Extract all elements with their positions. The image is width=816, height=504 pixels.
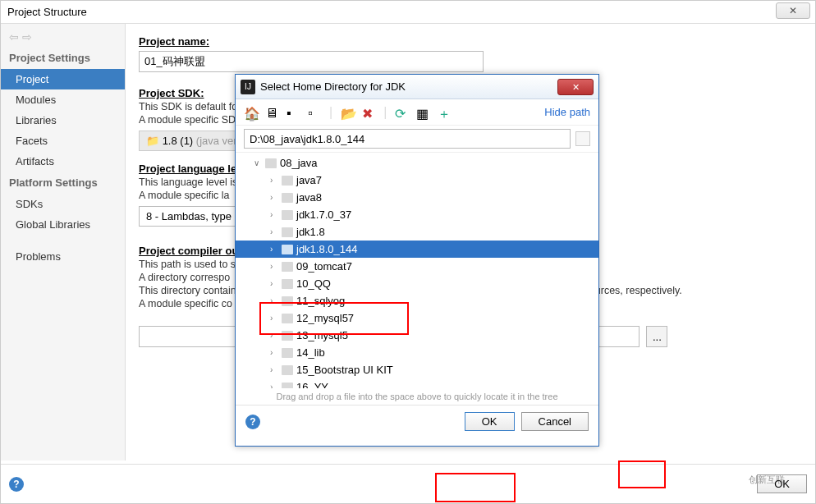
project-name-input[interactable] [139,51,484,72]
tree-label: jdk1.7.0_37 [296,208,351,221]
select-home-directory-dialog: IJ Select Home Directory for JDK ✕ 🏠 🖥 ▪… [235,74,599,447]
tree-label: 08_java [280,157,318,169]
refresh-icon[interactable]: ⟳ [395,106,408,119]
folder-icon [282,365,293,375]
tree-row[interactable]: ›jdk1.8.0_144 [236,241,598,258]
dialog-ok-button[interactable]: OK [465,412,515,431]
folder-icon [282,210,293,220]
tree-label: 15_Bootstrap UI KIT [296,364,393,376]
tree-row[interactable]: ›jdk1.8 [236,223,598,241]
dialog-cancel-button[interactable]: Cancel [521,412,589,431]
brand-logo: 创新互联 [717,455,816,504]
sidebar-item-global-libraries[interactable]: Global Libraries [1,214,125,235]
sidebar-item-modules[interactable]: Modules [1,89,125,110]
sidebar-item-sdks[interactable]: SDKs [1,194,125,214]
footer: ? OK [1,464,815,503]
project-name-label: Project name: [139,35,802,48]
tree-label: java8 [296,191,322,204]
folder-icon [265,158,277,168]
tree-label: 16_YY [296,381,328,388]
sidebar-item-libraries[interactable]: Libraries [1,110,125,131]
dialog-close-button[interactable]: ✕ [557,79,594,95]
tree-label: 10_QQ [296,277,331,290]
folder-icon [282,262,293,272]
directory-tree[interactable]: ∨08_java›java7›java8›jdk1.7.0_37›jdk1.8›… [236,152,598,388]
highlight-footer-ok [618,460,666,488]
folder-icon [282,245,293,254]
sidebar-item-problems[interactable]: Problems [1,246,125,267]
folder-icon [282,383,293,389]
highlight-tree-selected [259,302,409,335]
module-icon[interactable]: ▫ [308,106,321,119]
help-icon[interactable]: ? [9,477,24,492]
path-row [236,126,598,152]
tree-row[interactable]: ›jdk1.7.0_37 [236,206,598,223]
folder-icon [282,227,293,237]
tree-label: jdk1.8.0_144 [296,243,357,255]
history-icon[interactable] [575,131,590,146]
dialog-hint: Drag and drop a file into the space abov… [236,388,598,405]
project-icon[interactable]: ▪ [287,106,300,119]
window-close-button[interactable]: ✕ [776,2,810,19]
tree-row[interactable]: ›java7 [236,172,598,189]
compiler-output-browse-button[interactable]: ... [646,326,667,347]
expander-icon[interactable]: › [270,193,278,202]
expander-icon[interactable]: › [270,210,278,219]
tree-label: jdk1.8 [296,226,325,238]
desktop-icon[interactable]: 🖥 [265,106,278,119]
expander-icon[interactable]: › [270,383,278,388]
path-input[interactable] [244,129,571,149]
tree-row[interactable]: ∨08_java [236,154,598,172]
sidebar-item-artifacts[interactable]: Artifacts [1,151,125,172]
dialog-titlebar: IJ Select Home Directory for JDK ✕ [236,75,598,99]
sdk-select[interactable]: 📁 1.8 (1) (java vers [139,131,250,151]
new-folder-icon[interactable]: 📂 [341,106,354,119]
sidebar: ⇦ ⇨ Project Settings Project Modules Lib… [1,24,126,460]
section-project-settings: Project Settings [1,47,125,69]
folder-icon [282,348,293,358]
dialog-footer: ? OK Cancel [236,405,598,438]
hide-path-link[interactable]: Hide path [544,106,590,118]
expander-icon[interactable]: › [270,365,278,374]
delete-icon[interactable]: ✖ [362,106,375,119]
tree-row[interactable]: ›15_Bootstrap UI KIT [236,361,598,378]
expander-icon[interactable]: › [270,279,278,288]
expander-icon[interactable]: ∨ [254,158,262,167]
tree-label: 09_tomcat7 [296,260,352,273]
folder-icon [282,279,293,289]
expander-icon[interactable]: › [270,348,278,357]
folder-icon [282,193,293,203]
sdk-value: 1.8 (1) [163,135,194,147]
sidebar-item-project[interactable]: Project [1,69,125,89]
folder-icon [282,176,293,186]
expander-icon[interactable]: › [270,227,278,236]
tree-row[interactable]: ›14_lib [236,344,598,361]
tree-row[interactable]: ›09_tomcat7 [236,258,598,275]
highlight-dialog-ok [435,473,516,502]
tree-label: java7 [296,174,322,186]
nav-arrows[interactable]: ⇦ ⇨ [1,27,125,47]
home-icon[interactable]: 🏠 [244,106,257,119]
tree-row[interactable]: ›10_QQ [236,275,598,292]
add-icon[interactable]: ＋ [438,106,451,119]
titlebar: Project Structure ✕ [1,1,815,24]
section-platform-settings: Platform Settings [1,172,125,194]
tree-row[interactable]: ›16_YY [236,378,598,388]
expander-icon[interactable]: › [270,176,278,185]
tree-label: 14_lib [296,346,325,359]
dialog-toolbar: 🏠 🖥 ▪ ▫ | 📂 ✖ | ⟳ ▦ ＋ Hide path [236,99,598,126]
folder-icon: 📁 [146,135,159,147]
app-icon: IJ [241,80,255,94]
show-hidden-icon[interactable]: ▦ [416,106,429,119]
tree-row[interactable]: ›java8 [236,189,598,206]
window-title: Project Structure [7,6,87,18]
expander-icon[interactable]: › [270,262,278,271]
expander-icon[interactable]: › [270,245,278,254]
dialog-title: Select Home Directory for JDK [260,80,406,93]
dialog-help-icon[interactable]: ? [245,415,260,429]
sidebar-item-facets[interactable]: Facets [1,131,125,151]
